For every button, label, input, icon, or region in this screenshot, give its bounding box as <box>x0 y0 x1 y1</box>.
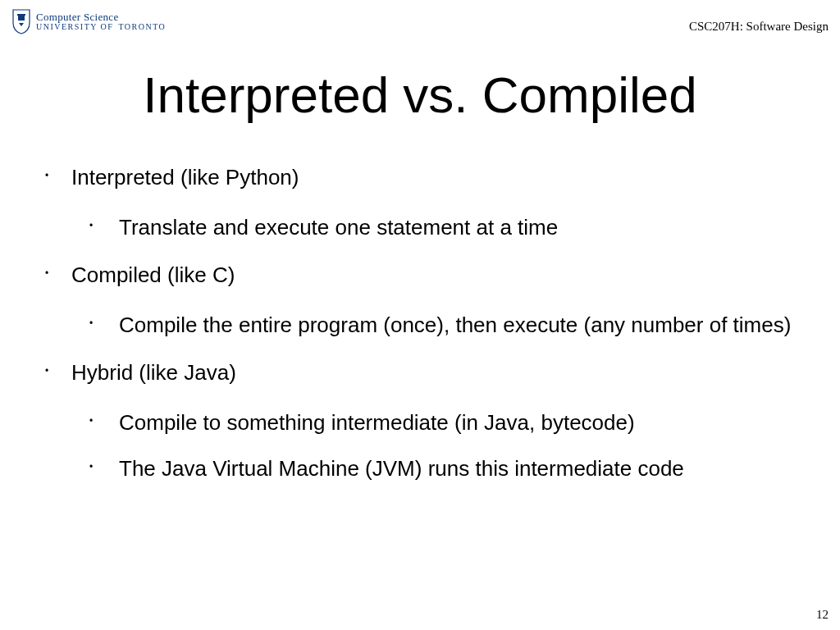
slide-title: Interpreted vs. Compiled <box>0 66 840 124</box>
page-number: 12 <box>816 608 829 622</box>
sub-bullet-text: Compile to something intermediate (in Ja… <box>119 410 635 435</box>
sub-bullet-text: Compile the entire program (once), then … <box>119 313 791 337</box>
bullet-text: Compiled (like C) <box>71 262 235 287</box>
sub-bullet-item: Translate and execute one statement at a… <box>89 214 807 241</box>
bullet-item: Interpreted (like Python) Translate and … <box>45 164 807 240</box>
slide: Computer Science UNIVERSITY OF TORONTO C… <box>0 0 840 630</box>
sub-bullet-item: Compile the entire program (once), then … <box>89 312 807 339</box>
bullet-item: Hybrid (like Java) Compile to something … <box>45 359 807 482</box>
university-label: UNIVERSITY OF <box>36 23 113 32</box>
course-label: CSC207H: Software Design <box>689 20 829 34</box>
bullet-text: Interpreted (like Python) <box>71 165 299 189</box>
sub-bullet-text: Translate and execute one statement at a… <box>119 215 558 240</box>
logo-text: Computer Science UNIVERSITY OF TORONTO <box>36 11 166 31</box>
department-label: Computer Science <box>36 11 166 23</box>
svg-rect-1 <box>18 16 25 21</box>
crest-icon <box>11 8 31 34</box>
slide-header: Computer Science UNIVERSITY OF TORONTO C… <box>11 8 829 43</box>
svg-rect-0 <box>17 14 25 16</box>
city-label: TORONTO <box>118 23 166 32</box>
sub-bullet-item: The Java Virtual Machine (JVM) runs this… <box>89 455 807 482</box>
slide-content: Interpreted (like Python) Translate and … <box>45 164 807 504</box>
bullet-text: Hybrid (like Java) <box>71 360 236 385</box>
sub-bullet-item: Compile to something intermediate (in Ja… <box>89 409 807 436</box>
sub-bullet-text: The Java Virtual Machine (JVM) runs this… <box>119 456 684 481</box>
bullet-item: Compiled (like C) Compile the entire pro… <box>45 262 807 338</box>
